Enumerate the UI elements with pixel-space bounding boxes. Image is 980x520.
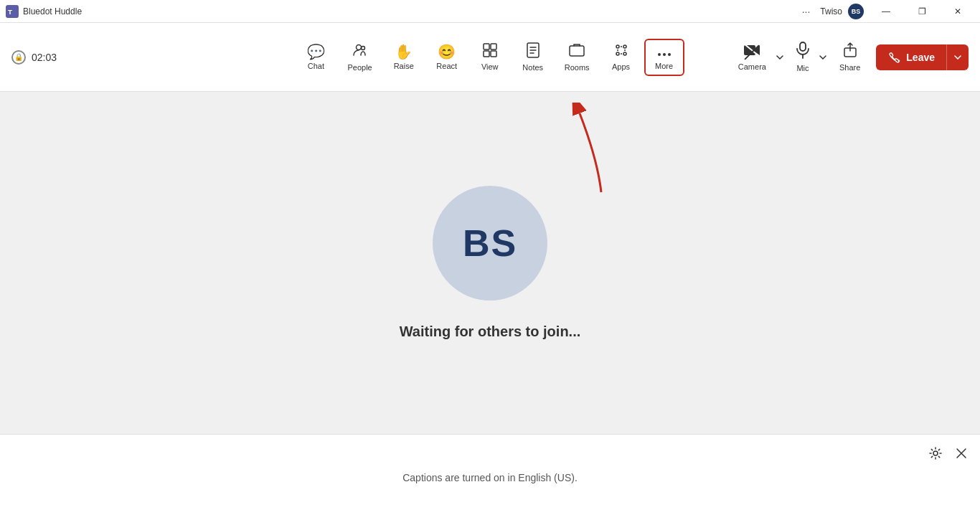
- leave-chevron-icon: [954, 55, 961, 60]
- people-button[interactable]: People: [339, 38, 380, 76]
- svg-rect-7: [491, 51, 496, 57]
- toolbar: 🔒 02:03 💬 Chat People ✋ Raise: [0, 23, 980, 92]
- app-title: Bluedot Huddle: [23, 6, 82, 16]
- mic-button[interactable]: Mic: [789, 37, 816, 77]
- camera-label: Camera: [738, 62, 766, 71]
- share-label: Share: [839, 63, 860, 72]
- toolbar-center: 💬 Chat People ✋ Raise 😊 React: [296, 38, 684, 76]
- svg-rect-26: [800, 42, 806, 51]
- main-content: BS Waiting for others to join...: [0, 92, 980, 434]
- camera-off-icon: [743, 43, 760, 60]
- window-controls: — ❐ ✕: [870, 0, 974, 23]
- maximize-button[interactable]: ❐: [905, 0, 938, 23]
- svg-text:T: T: [8, 7, 12, 15]
- camera-chevron-button[interactable]: [773, 36, 786, 79]
- notes-label: Notes: [522, 63, 543, 72]
- teams-logo-icon: T: [6, 5, 19, 18]
- more-icon: [657, 44, 672, 59]
- rooms-button[interactable]: Rooms: [556, 38, 598, 76]
- chat-label: Chat: [308, 62, 324, 70]
- mic-icon: [796, 42, 809, 61]
- avatar-initials: BS: [463, 222, 517, 265]
- apps-label: Apps: [612, 62, 630, 71]
- waiting-message: Waiting for others to join...: [400, 323, 581, 340]
- view-label: View: [481, 62, 499, 71]
- title-bar-username: Twiso: [820, 6, 842, 16]
- toolbar-left: 🔒 02:03: [11, 50, 57, 65]
- svg-rect-24: [744, 45, 755, 55]
- react-icon: 😊: [438, 44, 456, 59]
- svg-point-21: [658, 53, 661, 56]
- minimize-button[interactable]: —: [870, 0, 903, 23]
- people-label: People: [347, 63, 372, 72]
- svg-point-3: [361, 47, 364, 50]
- svg-rect-12: [570, 46, 584, 56]
- title-bar-menu-button[interactable]: ···: [798, 4, 815, 19]
- leave-phone-icon: [887, 51, 900, 64]
- close-icon: [956, 448, 967, 459]
- react-label: React: [436, 62, 457, 70]
- mic-control-group: Mic: [789, 36, 829, 79]
- settings-icon: [929, 447, 942, 460]
- user-avatar: BS: [433, 186, 547, 301]
- annotation-arrow: [558, 103, 616, 196]
- title-bar-avatar[interactable]: BS: [848, 4, 864, 19]
- title-bar-left: T Bluedot Huddle: [6, 5, 82, 18]
- rooms-label: Rooms: [565, 63, 590, 72]
- people-icon: [352, 42, 368, 60]
- raise-label: Raise: [394, 62, 414, 70]
- leave-button-group: Leave: [876, 44, 969, 70]
- svg-point-16: [623, 52, 626, 55]
- raise-icon: ✋: [395, 44, 413, 59]
- apps-button[interactable]: Apps: [601, 39, 641, 75]
- mic-chevron-button[interactable]: [816, 36, 829, 79]
- svg-point-23: [668, 53, 671, 56]
- caption-settings-button[interactable]: [925, 443, 946, 463]
- mic-label: Mic: [796, 64, 809, 72]
- more-label: More: [655, 62, 673, 70]
- caption-text: Captions are turned on in English (US).: [402, 472, 578, 483]
- camera-button[interactable]: Camera: [731, 39, 773, 75]
- svg-point-22: [663, 53, 666, 56]
- rooms-icon: [569, 42, 585, 60]
- leave-chevron-button[interactable]: [946, 44, 969, 70]
- svg-point-13: [616, 45, 619, 48]
- title-bar: T Bluedot Huddle ··· Twiso BS — ❐ ✕: [0, 0, 980, 23]
- leave-button[interactable]: Leave: [876, 44, 946, 70]
- react-button[interactable]: 😊 React: [427, 40, 467, 75]
- chat-icon: 💬: [307, 44, 325, 59]
- caption-bar: Captions are turned on in English (US).: [0, 434, 980, 520]
- apps-icon: [614, 43, 628, 60]
- security-icon: 🔒: [11, 50, 26, 65]
- svg-rect-4: [484, 44, 489, 49]
- call-timer: 02:03: [32, 52, 57, 63]
- raise-button[interactable]: ✋ Raise: [384, 40, 424, 75]
- view-icon: [483, 43, 497, 60]
- caption-controls: [925, 443, 971, 463]
- caption-close-button[interactable]: [951, 443, 971, 463]
- share-button[interactable]: Share: [832, 38, 867, 76]
- close-button[interactable]: ✕: [941, 0, 974, 23]
- svg-point-15: [616, 52, 619, 55]
- svg-point-14: [623, 45, 626, 48]
- more-button[interactable]: More: [644, 39, 684, 76]
- view-button[interactable]: View: [470, 39, 510, 75]
- svg-point-2: [356, 45, 361, 50]
- notes-button[interactable]: Notes: [513, 38, 553, 76]
- share-icon: [842, 42, 858, 60]
- toolbar-right: Camera Mic: [731, 36, 969, 79]
- svg-point-30: [933, 451, 938, 455]
- title-bar-right: ··· Twiso BS — ❐ ✕: [798, 0, 974, 23]
- svg-rect-6: [484, 51, 489, 57]
- notes-icon: [526, 42, 540, 60]
- chat-button[interactable]: 💬 Chat: [296, 40, 336, 75]
- svg-rect-5: [491, 44, 496, 49]
- camera-control-group: Camera: [731, 36, 786, 79]
